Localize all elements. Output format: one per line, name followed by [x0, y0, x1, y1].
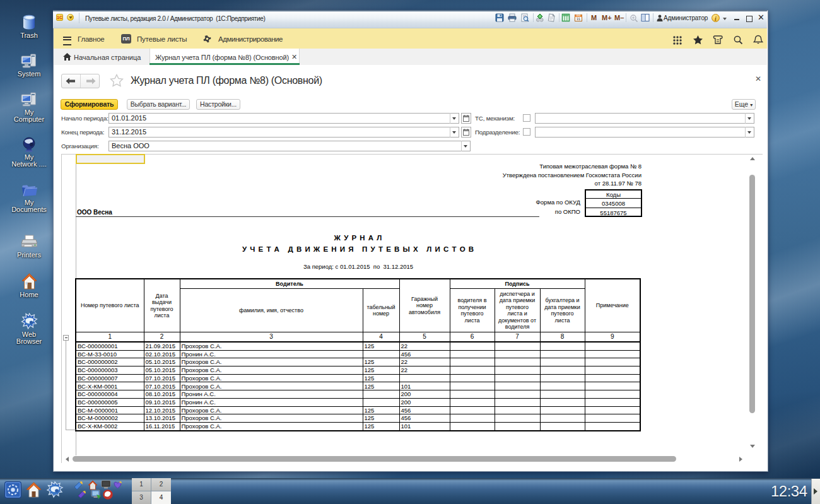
- svg-text:31: 31: [577, 17, 581, 21]
